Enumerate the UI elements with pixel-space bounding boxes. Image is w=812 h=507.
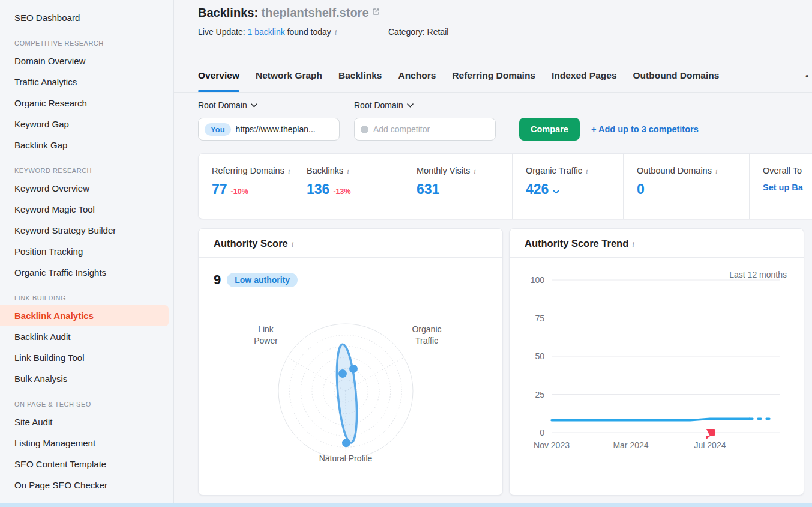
sidebar-item-position-tracking[interactable]: Position Tracking	[0, 241, 173, 262]
metric-value: 426	[526, 181, 549, 198]
tab-divider	[174, 92, 812, 93]
radar-axis-label-link-power: LinkPower	[236, 324, 296, 347]
sidebar-item-traffic-analytics[interactable]: Traffic Analytics	[0, 71, 173, 93]
metric-label: Organic Traffici	[526, 166, 623, 176]
metric-outbound-domains: Outbound Domainsi0	[623, 154, 749, 219]
sidebar-item-keyword-overview[interactable]: Keyword Overview	[0, 178, 173, 199]
tab-backlinks[interactable]: Backlinks	[338, 62, 382, 92]
bottom-strip	[0, 503, 812, 507]
trend-title: Authority Score Trend	[525, 238, 628, 249]
authority-score-trend-card: Authority Score Trendi Last 12 months 02…	[509, 228, 804, 496]
live-update-info-icon[interactable]: i	[335, 28, 337, 37]
metric-overall-to: Overall ToSet up Ba	[749, 154, 812, 219]
info-icon[interactable]: i	[347, 166, 349, 175]
radar-axis-label-organic-traffic: OrganicTraffic	[397, 324, 457, 347]
page-title-prefix: Backlinks:	[198, 6, 262, 19]
tab-network-graph[interactable]: Network Graph	[256, 62, 322, 92]
live-update-suffix: found today	[285, 27, 331, 37]
metric-monthly-visits: Monthly Visitsi631	[403, 154, 512, 219]
tab-indexed-pages[interactable]: Indexed Pages	[552, 62, 617, 92]
metric-label: Overall To	[763, 166, 812, 175]
authority-score-radar-chart	[199, 292, 503, 496]
svg-text:25: 25	[535, 390, 544, 399]
info-icon[interactable]: i	[715, 166, 718, 175]
sidebar-item-link-building-tool[interactable]: Link Building Tool	[0, 347, 173, 368]
sidebar-item-on-page-seo-checker[interactable]: On Page SEO Checker	[0, 475, 173, 496]
sidebar-section-link-building: LINK BUILDING	[0, 291, 173, 305]
page-title: Backlinks: theplantshelf.store	[198, 5, 380, 20]
live-update-label: Live Update:	[198, 27, 248, 37]
metric-label: Monthly Visitsi	[417, 166, 512, 176]
flag-marker-icon	[706, 429, 715, 439]
sidebar-item-backlink-audit[interactable]: Backlink Audit	[0, 326, 173, 347]
metric-referring-domains: Referring Domainsi77-10%	[199, 154, 293, 219]
sidebar-section-on-page-tech-seo: ON PAGE & TECH SEO	[0, 397, 173, 411]
add-competitor-input[interactable]: Add competitor	[354, 118, 496, 141]
sidebar-item-backlink-analytics[interactable]: Backlink Analytics	[0, 305, 169, 326]
sidebar-item-seo-content-template[interactable]: SEO Content Template	[0, 454, 173, 475]
you-scope-label: Root Domain	[198, 100, 247, 110]
sidebar-item-keyword-strategy-builder[interactable]: Keyword Strategy Builder	[0, 220, 173, 241]
info-icon[interactable]: i	[288, 166, 290, 175]
sidebar-item-keyword-gap[interactable]: Keyword Gap	[0, 114, 173, 135]
svg-text:100: 100	[531, 275, 545, 285]
category-label: Category: Retail	[388, 27, 448, 37]
compare-button[interactable]: Compare	[519, 118, 580, 141]
trend-card-header: Authority Score Trendi	[510, 229, 804, 258]
authority-score-card: Authority Scorei 9 Low authority LinkPow…	[198, 228, 503, 496]
metric-label: Backlinksi	[307, 166, 403, 176]
svg-text:75: 75	[535, 314, 544, 323]
info-icon[interactable]: i	[586, 166, 588, 175]
sidebar-item-seo-dashboard[interactable]: SEO Dashboard	[0, 7, 173, 28]
sidebar-section-competitive-research: COMPETITIVE RESEARCH	[0, 36, 173, 50]
svg-text:Jul 2024: Jul 2024	[694, 440, 726, 450]
you-domain-value: https://www.theplan...	[236, 124, 316, 134]
metric-delta: -13%	[333, 187, 350, 196]
authority-score-info-icon[interactable]: i	[292, 240, 294, 249]
main-content: Backlinks: theplantshelf.store Live Upda…	[174, 0, 812, 507]
authority-score-value: 9	[214, 272, 221, 288]
authority-score-badge: Low authority	[227, 273, 298, 287]
metric-setup-link[interactable]: Set up Ba	[763, 183, 812, 192]
metric-value: 77	[212, 181, 227, 198]
sidebar-item-site-audit[interactable]: Site Audit	[0, 411, 173, 433]
add-competitors-link[interactable]: + Add up to 3 competitors	[591, 124, 699, 134]
info-icon[interactable]: i	[474, 166, 476, 175]
sidebar-item-organic-research[interactable]: Organic Research	[0, 93, 173, 114]
metric-label: Referring Domainsi	[212, 166, 293, 176]
metric-value: 0	[637, 181, 645, 198]
sidebar-item-domain-overview[interactable]: Domain Overview	[0, 50, 173, 71]
tab-outbound-domains[interactable]: Outbound Domains	[633, 62, 720, 92]
sidebar-section-keyword-research: KEYWORD RESEARCH	[0, 163, 173, 178]
svg-text:0: 0	[540, 428, 544, 437]
you-scope-dropdown[interactable]: Root Domain	[198, 100, 257, 110]
tab-overflow-icon[interactable]: •	[805, 71, 808, 81]
trend-info-icon[interactable]: i	[632, 240, 634, 249]
svg-text:Nov 2023: Nov 2023	[534, 440, 570, 450]
sidebar-item-bulk-analysis[interactable]: Bulk Analysis	[0, 368, 173, 389]
metric-delta: -10%	[231, 187, 248, 196]
sidebar-item-listing-management[interactable]: Listing Management	[0, 433, 173, 454]
you-domain-input[interactable]: You https://www.theplan...	[198, 118, 340, 141]
metric-value: 631	[417, 181, 439, 198]
chevron-down-icon	[407, 103, 414, 108]
tab-referring-domains[interactable]: Referring Domains	[452, 62, 535, 92]
backlink-analytics-page: SEO DashboardCOMPETITIVE RESEARCHDomain …	[0, 0, 812, 507]
chevron-down-icon[interactable]	[553, 186, 559, 196]
add-competitor-placeholder: Add competitor	[373, 124, 430, 134]
radar-axis-label-natural-profile: Natural Profile	[286, 453, 406, 464]
sidebar-item-organic-traffic-insights[interactable]: Organic Traffic Insights	[0, 262, 173, 283]
chevron-down-icon	[251, 103, 257, 108]
authority-score-title: Authority Score	[214, 238, 288, 249]
live-update-line: Live Update: 1 backlink found todayi	[198, 27, 337, 37]
live-update-backlinks-link[interactable]: 1 backlink	[248, 27, 285, 37]
sidebar-item-keyword-magic-tool[interactable]: Keyword Magic Tool	[0, 199, 173, 220]
sidebar-item-backlink-gap[interactable]: Backlink Gap	[0, 135, 173, 156]
competitor-scope-dropdown[interactable]: Root Domain	[354, 100, 414, 110]
metric-organic-traffic: Organic Traffici426	[512, 154, 623, 219]
external-link-icon[interactable]	[372, 5, 380, 19]
authority-score-value-row: 9 Low authority	[214, 272, 298, 288]
tab-anchors[interactable]: Anchors	[398, 62, 436, 92]
tab-overview[interactable]: Overview	[198, 62, 239, 92]
authority-score-trend-chart: 0255075100Nov 2023Mar 2024Jul 2024	[510, 258, 804, 496]
